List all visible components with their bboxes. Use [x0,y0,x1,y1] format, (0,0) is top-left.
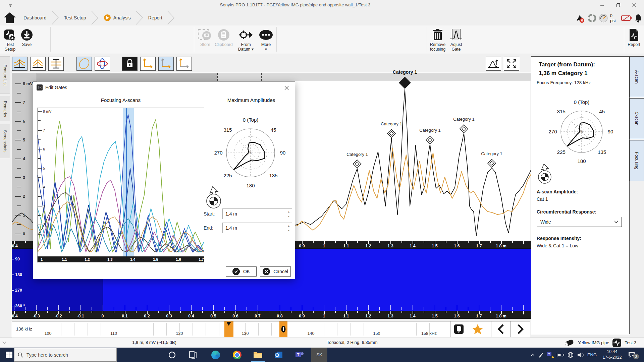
breadcrumb-item-report[interactable]: Report [144,10,167,25]
breadcrumb-item-dashboard[interactable]: Dashboard [19,10,51,25]
battery-missing-icon[interactable] [621,14,632,22]
cscan-axis-tick [413,305,413,310]
teams-status-icon[interactable]: T [545,348,555,362]
tab-focusing[interactable]: Focusing [630,140,644,181]
feature-marker[interactable] [353,159,362,169]
cursor-readout: 1,9 m, 8 mV (-41,5 dB) [101,340,208,345]
polar-angle-label: 180 [246,183,255,188]
adjust-gate-button[interactable]: Adjust Gate [447,27,465,52]
collapse-icon[interactable] [2,341,7,344]
circumference-tick-label: 90 [15,257,20,261]
pen-icon[interactable] [537,348,545,362]
notification-badge: 3 [633,354,639,359]
selected-feature-marker[interactable] [398,76,412,89]
edge-icon[interactable] [208,348,223,362]
breadcrumb-chevron-icon [91,10,99,25]
language-indicator[interactable]: ENG [586,348,598,362]
probe-disconnected-icon[interactable] [575,13,585,23]
cortana-icon[interactable] [164,348,180,362]
action-center-icon[interactable]: 3 [625,348,639,362]
tab-screenshots[interactable]: Screenshots [0,124,10,158]
feature-marker[interactable] [425,135,435,144]
home-icon[interactable] [3,12,16,25]
cscan-axis-tick [313,307,313,310]
file-explorer-icon[interactable] [250,348,266,362]
start-spinner[interactable]: ▲▼ [286,209,291,219]
tray-expand-icon[interactable] [529,348,537,362]
favorite-button[interactable] [469,321,486,337]
breadcrumb-item-analysis[interactable]: Analysis [99,10,136,25]
tab-c-scan[interactable]: C-scan [630,98,644,139]
sonyks-app-taskbar-icon[interactable]: SK [311,348,327,362]
dialog-mv-tick [38,149,42,149]
end-input[interactable]: 1,4 m ▲▼ [222,223,292,233]
circ-response-select[interactable]: Wide [537,217,622,227]
start-input[interactable]: 1,4 m ▲▼ [222,208,292,219]
end-spinner[interactable]: ▲▼ [286,223,291,233]
cscan-axis-tick [357,307,358,310]
previous-feature-button[interactable] [491,321,510,337]
test-setup-label: Test Setup [1,42,19,52]
close-button[interactable] [627,0,642,10]
network-globe-icon[interactable] [566,348,576,362]
frequency-scale[interactable]: 100110120130140150158 kHz [41,321,446,337]
feature-marker[interactable] [459,124,469,133]
axis-mode-both-button[interactable] [140,57,156,71]
view-ellipse-button[interactable] [76,57,92,71]
task-view-icon[interactable] [185,348,201,362]
dialog-close-icon[interactable] [282,84,291,92]
ribbon-toolbar: Test Setup Save Store Clipboard Fr [0,25,644,54]
focusing-ascans-chart[interactable]: 11.11.21.31.41.51.61.7 8 mV765432 [37,108,204,262]
breadcrumb-item-test-setup[interactable]: Test Setup [59,10,91,25]
pressure-gauge-icon[interactable] [599,13,608,23]
tab-feature-list[interactable]: Feature List [0,56,10,94]
feature-marker[interactable] [487,159,496,168]
ok-button[interactable]: OK [226,266,257,277]
view-gates-button[interactable] [48,57,64,71]
taskbar-search[interactable]: Type here to search [14,348,117,362]
remove-focusing-button[interactable]: Remove focusing [428,27,447,52]
feature-marker[interactable] [387,129,396,138]
alarm-bell-icon[interactable] [634,13,642,23]
cancel-button[interactable]: Cancel [260,266,291,277]
edit-gates-dialog: SK Edit Gates Focusing A-scans Maximum A… [33,81,295,279]
tab-a-scan[interactable]: A-scan [630,56,644,97]
lock-button[interactable] [122,57,138,71]
more-button[interactable]: More▾ [258,27,274,52]
axis-tick-label: 1.5 [432,244,437,248]
test-setup-button[interactable]: Test Setup [1,27,19,52]
svg-text:T: T [297,353,300,357]
axis-mode-horizontal-button[interactable] [158,57,174,71]
clock[interactable]: 10:44 17-6-2022 [600,349,625,360]
next-feature-button[interactable] [511,321,530,337]
svg-text:T: T [548,353,550,356]
snapshot-report-button[interactable] [450,321,467,337]
clipboard-button[interactable]: Clipboard [213,27,234,47]
current-frequency-marker[interactable] [279,321,287,337]
teams-icon[interactable]: T [292,348,307,362]
sync-icon[interactable] [587,13,597,23]
outlook-icon[interactable] [271,348,286,362]
marker-ascan-button[interactable] [486,57,501,71]
chrome-icon[interactable] [229,348,245,362]
volume-icon[interactable] [576,348,586,362]
from-datum-button[interactable]: From Datum ▾ [235,27,257,52]
battery-icon[interactable] [555,348,566,362]
dialog-app-icon: SK [37,84,43,90]
save-button[interactable]: Save [19,27,34,47]
axis-tick [512,241,513,243]
store-button[interactable]: Store [196,27,215,47]
fullscreen-button[interactable] [504,57,519,71]
restore-button[interactable] [610,0,626,10]
minimize-button[interactable] [594,0,610,10]
breadcrumb-label: Analysis [113,15,131,20]
tab-remarks[interactable]: Remarks [0,97,10,121]
focus-frequency-marker[interactable] [224,321,233,337]
axis-mode-vertical-button[interactable] [176,57,192,71]
report-button[interactable]: Report [625,27,643,47]
view-focused-ascan-button[interactable] [12,57,28,71]
dialog-mv-tick-label: 5 [43,166,45,170]
view-polar-button[interactable] [95,57,110,71]
frequency-tick-label: 120 [176,331,183,336]
view-raw-ascans-button[interactable] [30,57,46,71]
